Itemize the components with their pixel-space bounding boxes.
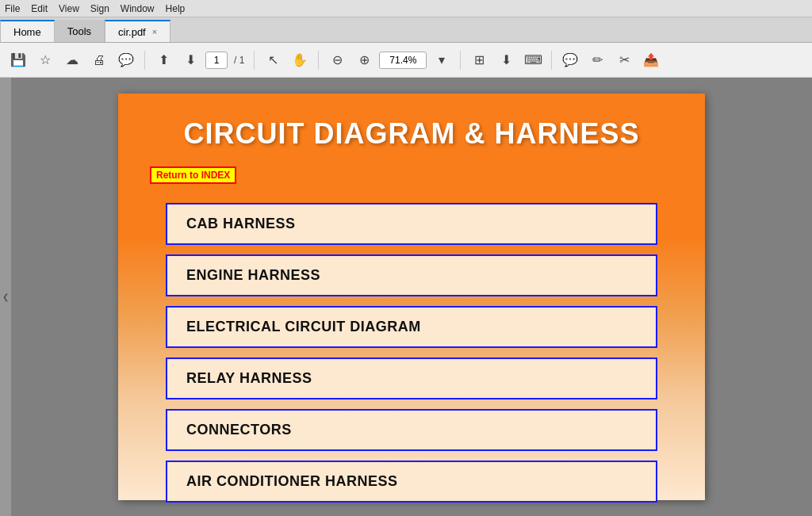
left-panel-toggle[interactable]: ❮ xyxy=(0,78,11,516)
tab-home[interactable]: Home xyxy=(0,20,55,42)
cloud-upload-button[interactable]: ☁ xyxy=(60,48,84,72)
tab-file[interactable]: cir.pdf × xyxy=(105,20,170,42)
pdf-menu-buttons: CAB HARNESS ENGINE HARNESS ELECTRICAL CI… xyxy=(166,203,657,503)
toolbar: 💾 ☆ ☁ 🖨 💬 ⬆ ⬇ / 1 ↖ ✋ ⊖ ⊕ ▾ ⊞ ⬇ ⌨ 💬 ✏ ✂ … xyxy=(0,43,812,78)
page-down-button[interactable]: ⬇ xyxy=(178,48,202,72)
separator-3 xyxy=(318,51,319,70)
connectors-button[interactable]: CONNECTORS xyxy=(166,409,657,451)
relay-harness-button[interactable]: RELAY HARNESS xyxy=(166,357,657,399)
tab-bar: Home Tools cir.pdf × xyxy=(0,17,812,43)
cab-harness-button[interactable]: CAB HARNESS xyxy=(166,203,657,245)
tab-file-label: cir.pdf xyxy=(118,26,146,38)
pdf-scroll-area[interactable]: CIRCUIT DIAGRAM & HARNESS Return to INDE… xyxy=(11,78,812,516)
print-button[interactable]: 🖨 xyxy=(87,48,111,72)
save-button[interactable]: 💾 xyxy=(6,48,30,72)
electrical-circuit-diagram-button[interactable]: ELECTRICAL CIRCUIT DIAGRAM xyxy=(166,306,657,348)
separator-5 xyxy=(551,51,552,70)
menu-items[interactable]: File Edit View Sign Window Help xyxy=(5,3,185,14)
keyboard-button[interactable]: ⌨ xyxy=(521,48,545,72)
separator-4 xyxy=(460,51,461,70)
zoom-out-button[interactable]: ⊖ xyxy=(325,48,349,72)
separator-1 xyxy=(144,51,145,70)
main-area: ❮ CIRCUIT DIAGRAM & HARNESS Return to IN… xyxy=(0,78,812,516)
eraser-button[interactable]: ✂ xyxy=(612,48,636,72)
scroll-mode-button[interactable]: ⬇ xyxy=(494,48,518,72)
bookmark-button[interactable]: ☆ xyxy=(33,48,57,72)
share-button[interactable]: 📤 xyxy=(639,48,663,72)
menu-sign[interactable]: Sign xyxy=(90,3,109,14)
menu-window[interactable]: Window xyxy=(121,3,155,14)
comment-button[interactable]: 💬 xyxy=(114,48,138,72)
tab-tools[interactable]: Tools xyxy=(55,20,105,42)
menu-view[interactable]: View xyxy=(59,3,79,14)
air-conditioner-harness-button[interactable]: AIR CONDITIONER HARNESS xyxy=(166,461,657,503)
zoom-dropdown-button[interactable]: ▾ xyxy=(430,48,454,72)
menu-help[interactable]: Help xyxy=(166,3,186,14)
page-up-button[interactable]: ⬆ xyxy=(151,48,175,72)
zoom-input[interactable] xyxy=(379,52,427,69)
separator-2 xyxy=(254,51,255,70)
menu-bar: File Edit View Sign Window Help xyxy=(0,0,812,17)
return-to-index-link[interactable]: Return to INDEX xyxy=(150,166,236,184)
draw-button[interactable]: ✏ xyxy=(585,48,609,72)
tab-tools-label: Tools xyxy=(67,25,91,37)
annotation-button[interactable]: 💬 xyxy=(558,48,582,72)
pdf-title: CIRCUIT DIAGRAM & HARNESS xyxy=(150,117,673,151)
view-mode-button[interactable]: ⊞ xyxy=(467,48,491,72)
tab-home-label: Home xyxy=(13,26,41,38)
menu-file[interactable]: File xyxy=(5,3,20,14)
select-tool-button[interactable]: ↖ xyxy=(261,48,285,72)
hand-tool-button[interactable]: ✋ xyxy=(288,48,312,72)
tab-close-button[interactable]: × xyxy=(152,27,157,36)
pdf-page: CIRCUIT DIAGRAM & HARNESS Return to INDE… xyxy=(118,94,705,500)
engine-harness-button[interactable]: ENGINE HARNESS xyxy=(166,254,657,296)
page-number-input[interactable] xyxy=(205,52,228,69)
menu-edit[interactable]: Edit xyxy=(31,3,48,14)
page-total-label: / 1 xyxy=(234,55,244,66)
zoom-in-button[interactable]: ⊕ xyxy=(352,48,376,72)
